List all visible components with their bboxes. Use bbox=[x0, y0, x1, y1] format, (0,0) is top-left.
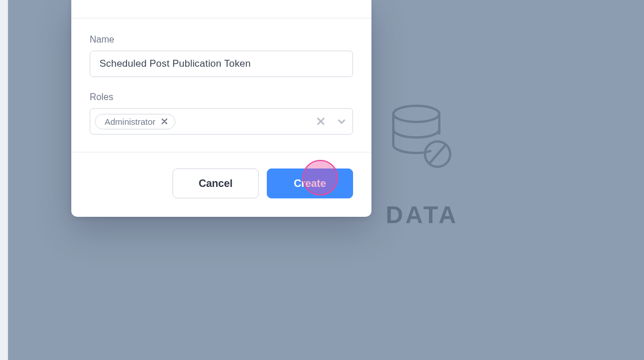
role-chip-label: Administrator bbox=[105, 117, 155, 127]
svg-point-0 bbox=[393, 106, 439, 122]
empty-state-label: DATA bbox=[365, 201, 480, 229]
modal-header bbox=[71, 0, 371, 18]
svg-point-1 bbox=[425, 141, 450, 167]
chevron-down-icon[interactable] bbox=[335, 115, 348, 128]
app-left-rail bbox=[0, 0, 8, 360]
cancel-button[interactable]: Cancel bbox=[172, 168, 259, 198]
name-input[interactable] bbox=[90, 51, 353, 77]
modal-body: Name Roles Administrator bbox=[71, 18, 371, 152]
database-empty-icon bbox=[390, 104, 454, 178]
empty-state: DATA bbox=[365, 104, 480, 229]
roles-label: Roles bbox=[90, 92, 353, 102]
name-field: Name bbox=[90, 35, 353, 77]
role-chip: Administrator bbox=[95, 114, 175, 129]
name-label: Name bbox=[90, 35, 353, 45]
modal-footer: Cancel Create bbox=[71, 152, 371, 217]
svg-line-2 bbox=[430, 145, 446, 163]
create-button[interactable]: Create bbox=[267, 168, 353, 198]
remove-role-icon[interactable] bbox=[161, 118, 168, 125]
roles-select-controls bbox=[315, 109, 348, 134]
roles-select[interactable]: Administrator bbox=[90, 108, 353, 135]
roles-field: Roles Administrator bbox=[90, 92, 353, 135]
create-token-modal: Name Roles Administrator bbox=[71, 0, 371, 217]
clear-roles-icon[interactable] bbox=[315, 115, 327, 128]
